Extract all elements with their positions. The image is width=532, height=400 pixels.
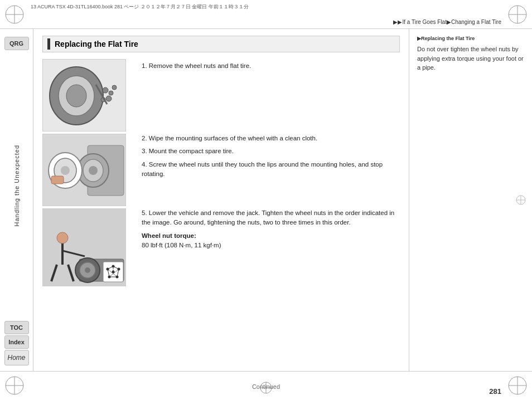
step1-text: 1. Remove the wheel nuts and flat tire. [142, 61, 400, 71]
content-text-area: 1. Remove the wheel nuts and flat tire. … [134, 59, 400, 287]
left-sidebar: QRG Handling the Unexpected TOC Index Ho… [0, 29, 33, 371]
step1-block: 1. Remove the wheel nuts and flat tire. [142, 59, 400, 131]
continued-label: Continued [252, 383, 280, 390]
section-title-text: Replacing the Flat Tire [55, 40, 138, 48]
svg-point-20 [109, 91, 113, 95]
toc-button[interactable]: TOC [4, 321, 29, 334]
svg-point-39 [57, 232, 68, 243]
svg-point-32 [61, 166, 70, 175]
home-button[interactable]: Home [4, 350, 29, 365]
file-info: 13 ACURA TSX 4D-31TL16400.book 281 ページ ２… [31, 3, 249, 11]
breadcrumb: ▶▶If a Tire Goes Flat▶Changing a Flat Ti… [393, 19, 501, 25]
note-text: Do not over tighten the wheel nuts by ap… [417, 45, 524, 72]
torque-info: Wheel nut torque: 80 lbf·ft (108 N·m, 11… [142, 231, 400, 251]
page-number: 281 [489, 387, 501, 396]
section-label: Handling the Unexpected [13, 145, 20, 227]
right-crosshair [515, 194, 526, 206]
svg-point-23 [112, 85, 117, 90]
bottom-bar: 281 Continued [0, 371, 532, 400]
section-title-bar: Replacing the Flat Tire [42, 36, 400, 52]
images-column [42, 59, 127, 287]
content-left: Replacing the Flat Tire [33, 29, 409, 371]
svg-point-18 [66, 85, 86, 107]
step3-text: 3. Mount the compact spare tire. [142, 147, 400, 156]
torque-label: Wheel nut torque: [142, 232, 196, 239]
svg-rect-33 [51, 176, 64, 184]
torque-value: 80 lbf·ft (108 N·m, 11 kgf·m) [142, 242, 221, 248]
step5-block: 5. Lower the vehicle and remove the jack… [142, 206, 400, 250]
main-content: Replacing the Flat Tire [33, 29, 532, 371]
image-lower-vehicle [42, 208, 126, 286]
content-right: ▶Replacing the Flat Tire Do not over tig… [409, 29, 532, 371]
svg-point-43 [85, 267, 90, 273]
steps234-block: 2. Wipe the mounting surfaces of the whe… [142, 131, 400, 206]
note-title: ▶Replacing the Flat Tire [417, 36, 524, 41]
image-mounting-spare [42, 134, 126, 206]
top-bar: 13 ACURA TSX 4D-31TL16400.book 281 ページ ２… [0, 0, 532, 29]
note-block: ▶Replacing the Flat Tire Do not over tig… [417, 36, 524, 72]
svg-point-19 [103, 87, 108, 93]
index-button[interactable]: Index [4, 335, 29, 349]
qrg-button[interactable]: QRG [4, 37, 29, 50]
step4-text: 4. Screw the wheel nuts until they touch… [142, 160, 400, 179]
svg-point-21 [106, 96, 112, 101]
step2-text: 2. Wipe the mounting surfaces of the whe… [142, 134, 400, 143]
step5-text: 5. Lower the vehicle and remove the jack… [142, 208, 400, 228]
svg-point-29 [89, 166, 98, 175]
image-wheel-nuts [42, 59, 126, 131]
